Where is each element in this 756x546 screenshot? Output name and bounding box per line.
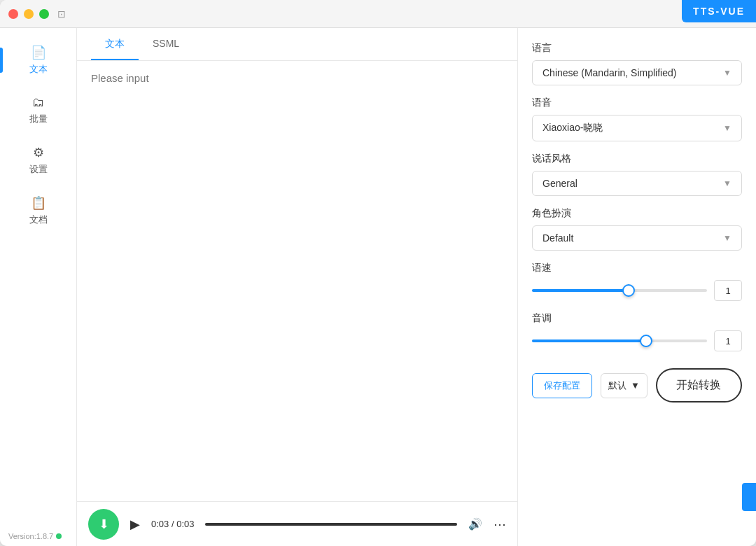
sidebar-item-batch[interactable]: 🗂 批量 bbox=[0, 85, 76, 135]
tab-ssml[interactable]: SSML bbox=[139, 28, 193, 60]
language-select[interactable]: Chinese (Mandarin, Simplified) ▼ bbox=[532, 60, 742, 85]
tab-text[interactable]: 文本 bbox=[91, 28, 139, 60]
pitch-slider-row: 1 bbox=[532, 330, 742, 351]
progress-bar[interactable] bbox=[205, 523, 457, 526]
pitch-value: 1 bbox=[714, 330, 742, 351]
more-button[interactable]: ⋯ bbox=[493, 517, 506, 532]
sidebar-label-docs: 文档 bbox=[29, 214, 48, 226]
language-group: 语言 Chinese (Mandarin, Simplified) ▼ bbox=[532, 42, 742, 85]
app-badge: TTS-VUE bbox=[682, 0, 756, 22]
pitch-slider[interactable] bbox=[532, 340, 707, 342]
bottom-actions: 保存配置 默认 ▼ 开始转换 bbox=[532, 368, 742, 402]
pitch-group: 音调 1 bbox=[532, 312, 742, 351]
download-icon: ⬇ bbox=[99, 517, 109, 532]
version-status-dot bbox=[56, 533, 62, 539]
default-select[interactable]: 默认 ▼ bbox=[601, 373, 648, 398]
traffic-lights bbox=[8, 9, 49, 19]
sidebar: 📄 文本 🗂 批量 ⚙ 设置 📋 文档 bbox=[0, 28, 77, 546]
voice-label: 语音 bbox=[532, 97, 742, 109]
style-select[interactable]: General ▼ bbox=[532, 171, 742, 196]
speed-slider-fill bbox=[532, 289, 629, 292]
speed-slider[interactable] bbox=[532, 289, 707, 292]
voice-value: Xiaoxiao-晓晓 bbox=[542, 122, 603, 134]
text-icon: 📄 bbox=[31, 45, 46, 60]
main-layout: 📄 文本 🗂 批量 ⚙ 设置 📋 文档 文本 bbox=[0, 28, 756, 546]
convert-button[interactable]: 开始转换 bbox=[656, 368, 742, 402]
style-group: 说话风格 General ▼ bbox=[532, 153, 742, 196]
role-select[interactable]: Default ▼ bbox=[532, 225, 742, 251]
save-config-button[interactable]: 保存配置 bbox=[532, 373, 592, 398]
voice-group: 语音 Xiaoxiao-晓晓 ▼ bbox=[532, 97, 742, 141]
default-label: 默认 bbox=[608, 379, 626, 392]
content-area: 文本 SSML ⬇ ▶ 0:03 / bbox=[77, 28, 756, 546]
pitch-label: 音调 bbox=[532, 312, 742, 325]
style-value: General bbox=[542, 178, 578, 189]
play-icon: ▶ bbox=[130, 517, 140, 531]
settings-icon: ⚙ bbox=[33, 145, 44, 160]
titlebar: ⊡ TTS-VUE bbox=[0, 0, 756, 28]
maximize-button[interactable] bbox=[39, 9, 49, 19]
voice-arrow-icon: ▼ bbox=[723, 123, 732, 133]
monitor-icon: ⊡ bbox=[57, 8, 66, 20]
language-value: Chinese (Mandarin, Simplified) bbox=[542, 67, 676, 78]
voice-select[interactable]: Xiaoxiao-晓晓 ▼ bbox=[532, 115, 742, 141]
current-time: 0:03 bbox=[151, 519, 169, 529]
editor-panel: 文本 SSML ⬇ ▶ 0:03 / bbox=[77, 28, 518, 546]
tabs-bar: 文本 SSML bbox=[77, 28, 517, 61]
sidebar-item-docs[interactable]: 📋 文档 bbox=[0, 186, 76, 236]
docs-icon: 📋 bbox=[31, 195, 46, 211]
speed-group: 语速 1 bbox=[532, 262, 742, 301]
role-arrow-icon: ▼ bbox=[723, 233, 732, 243]
minimize-button[interactable] bbox=[24, 9, 34, 19]
sidebar-label-settings: 设置 bbox=[29, 163, 48, 176]
play-button[interactable]: ▶ bbox=[130, 517, 140, 532]
style-label: 说话风格 bbox=[532, 153, 742, 165]
progress-bar-fill bbox=[205, 523, 457, 526]
role-label: 角色扮演 bbox=[532, 207, 742, 220]
sidebar-label-batch: 批量 bbox=[29, 113, 48, 125]
speed-label: 语速 bbox=[532, 262, 742, 274]
settings-panel: 语言 Chinese (Mandarin, Simplified) ▼ 语音 X… bbox=[518, 28, 756, 546]
speed-slider-thumb[interactable] bbox=[622, 284, 635, 297]
total-time: 0:03 bbox=[176, 519, 194, 529]
time-display: 0:03 / 0:03 bbox=[151, 519, 194, 529]
sidebar-label-text: 文本 bbox=[29, 63, 48, 76]
style-arrow-icon: ▼ bbox=[723, 178, 732, 188]
language-label: 语言 bbox=[532, 42, 742, 55]
version-bar: Version:1.8.7 bbox=[8, 532, 62, 540]
pitch-slider-thumb[interactable] bbox=[640, 335, 652, 347]
player-bar: ⬇ ▶ 0:03 / 0:03 🔊 ⋯ bbox=[77, 501, 517, 546]
text-input[interactable] bbox=[91, 72, 503, 490]
role-value: Default bbox=[542, 232, 573, 244]
sidebar-item-settings[interactable]: ⚙ 设置 bbox=[0, 135, 76, 186]
pitch-slider-fill bbox=[532, 340, 646, 342]
sidebar-item-text[interactable]: 📄 文本 bbox=[0, 35, 76, 85]
close-button[interactable] bbox=[8, 9, 18, 19]
language-arrow-icon: ▼ bbox=[723, 68, 732, 78]
default-arrow-icon: ▼ bbox=[631, 380, 640, 391]
role-group: 角色扮演 Default ▼ bbox=[532, 207, 742, 251]
right-edge-indicator[interactable] bbox=[742, 483, 756, 511]
speed-value: 1 bbox=[714, 280, 742, 301]
batch-icon: 🗂 bbox=[32, 95, 45, 110]
download-button[interactable]: ⬇ bbox=[88, 509, 119, 540]
editor-content bbox=[77, 61, 517, 501]
speed-slider-row: 1 bbox=[532, 280, 742, 301]
version-text: Version:1.8.7 bbox=[8, 532, 53, 540]
volume-button[interactable]: 🔊 bbox=[468, 517, 482, 531]
